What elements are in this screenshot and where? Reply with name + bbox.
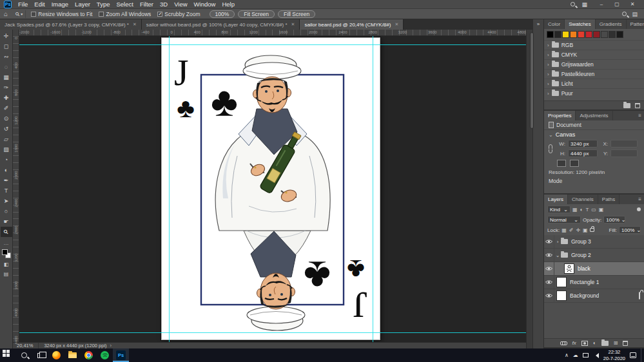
filter-toggle-icon[interactable] (637, 207, 641, 211)
start-button[interactable] (0, 348, 16, 362)
task-view-button[interactable] (32, 348, 48, 362)
collapse-panels-icon[interactable]: » (537, 21, 540, 27)
fill-select[interactable]: 100% ⌄ (619, 226, 641, 234)
show-desktop-button[interactable] (641, 348, 642, 362)
link-dimensions-icon[interactable] (549, 144, 552, 153)
tray-expand-icon[interactable]: ∧ (565, 352, 569, 358)
panel-tab[interactable]: Patterns (627, 19, 644, 29)
options-button[interactable]: 100% (210, 10, 235, 18)
color-swatch[interactable] (616, 31, 623, 38)
menu-item[interactable]: Window (194, 1, 216, 8)
visibility-eye-icon[interactable] (544, 235, 554, 248)
delete-layer-icon[interactable] (623, 341, 628, 346)
filter-type-icon[interactable]: ◐ (580, 207, 583, 213)
spot-healing-brush-tool[interactable]: ✚ (1, 93, 12, 103)
color-swatch[interactable] (554, 31, 561, 38)
color-swatch[interactable] (570, 31, 577, 38)
panel-tab[interactable]: Swatches (565, 19, 596, 29)
ruler-corner[interactable] (13, 30, 19, 36)
lock-option-icon[interactable]: ▣ (583, 227, 588, 233)
color-swatch[interactable] (609, 31, 616, 38)
menu-item[interactable]: Image (52, 1, 68, 8)
workspace-icon[interactable]: ▦ (581, 1, 587, 8)
tab-close-icon[interactable]: ✕ (395, 22, 398, 27)
object-selection-tool[interactable]: ◌ (1, 62, 12, 72)
lock-option-icon[interactable]: ✛ (576, 227, 580, 233)
layer-thumbnail[interactable] (556, 277, 567, 287)
zoom-tool[interactable]: ⚲ (1, 227, 12, 237)
taskbar-app-file-explorer[interactable] (64, 348, 81, 362)
guide-vertical-left[interactable] (169, 36, 170, 342)
layer-row-black[interactable]: black (544, 262, 644, 276)
taskbar-clock[interactable]: 22:32 20-7-2020 (603, 349, 625, 362)
layer-name[interactable]: Rectangle 1 (570, 279, 599, 285)
window-close-button[interactable]: ✕ (625, 1, 640, 7)
horizontal-ruler[interactable]: -2000-1600-1200-800-40004008001200160020… (19, 30, 526, 35)
guide-horizontal-top[interactable] (19, 44, 526, 45)
visibility-eye-icon[interactable] (544, 249, 554, 262)
lock-option-icon[interactable]: ✐ (569, 227, 574, 233)
search-icon[interactable] (622, 12, 627, 16)
panel-tab[interactable]: Channels (568, 195, 598, 204)
options-checkbox[interactable]: Resize Windows to Fit (31, 11, 92, 17)
y-field[interactable] (610, 149, 638, 157)
gradient-tool[interactable]: ▨ (1, 144, 12, 155)
add-mask-icon[interactable] (581, 341, 588, 346)
layer-row-rectangle-1[interactable]: Rectangle 1 (544, 276, 644, 289)
home-icon[interactable]: ⌂ (4, 10, 8, 17)
chevron-right-icon[interactable]: › (554, 239, 561, 245)
lasso-tool[interactable]: ∾ (1, 52, 12, 62)
layer-row-background[interactable]: Background (544, 289, 644, 303)
dock-collapse-strip[interactable]: » (532, 19, 544, 348)
layer-thumbnail[interactable] (556, 291, 567, 301)
onedrive-cloud-icon[interactable]: ☁ (573, 352, 578, 358)
menu-item[interactable]: Help (222, 1, 235, 8)
panel-tab[interactable]: Layers (544, 195, 568, 204)
chevron-right-icon[interactable]: › (547, 52, 549, 58)
layout-icon[interactable]: ▤ (632, 11, 638, 17)
taskbar-app-chrome[interactable] (81, 348, 97, 362)
link-layers-icon[interactable] (560, 341, 567, 345)
app-search-icon[interactable] (571, 2, 575, 6)
layer-name[interactable]: Group 2 (571, 252, 591, 258)
window-minimize-button[interactable]: – (594, 1, 609, 7)
pen-tool[interactable]: ✒ (1, 175, 12, 186)
width-field[interactable]: 3240 px (568, 140, 598, 148)
tab-close-icon[interactable]: ✕ (133, 22, 137, 27)
brush-tool[interactable]: ✐ (1, 103, 12, 113)
canvas-orientation-portrait-icon[interactable] (557, 160, 566, 167)
options-checkbox[interactable]: Scrubby Zoom (157, 11, 200, 17)
panel-menu-icon[interactable]: ≡ (636, 111, 644, 120)
options-button[interactable]: Fill Screen (278, 10, 315, 18)
crop-tool[interactable]: ▦ (1, 72, 12, 82)
tab-close-icon[interactable]: ✕ (291, 22, 295, 27)
layer-name[interactable]: black (578, 265, 590, 272)
guide-horizontal-bottom[interactable] (19, 332, 526, 333)
menu-item[interactable]: Type (97, 1, 110, 8)
panel-menu-icon[interactable]: ≡ (636, 195, 644, 204)
filter-type-icon[interactable]: ▣ (599, 207, 604, 213)
network-icon[interactable] (583, 353, 589, 357)
eraser-tool[interactable]: ▱ (1, 134, 12, 144)
panel-tab[interactable]: Properties (544, 111, 576, 120)
dodge-tool[interactable]: ◐ (1, 165, 12, 175)
menu-item[interactable]: Select (116, 1, 133, 8)
taskbar-app-photoshop[interactable]: Ps (113, 348, 129, 362)
lock-all-icon[interactable] (590, 228, 594, 232)
hand-tool[interactable]: ☛ (1, 216, 12, 227)
chevron-right-icon[interactable]: › (547, 91, 549, 97)
volume-icon[interactable] (593, 353, 599, 358)
foreground-background-colors[interactable] (2, 249, 11, 258)
document-tab[interactable]: sailor without beard.psd @ 100% (Layer 4… (142, 19, 300, 30)
path-selection-tool[interactable]: ➤ (1, 196, 12, 206)
panel-tab[interactable]: Color (544, 19, 565, 29)
eyedropper-tool[interactable]: ✑ (1, 82, 12, 93)
quick-mask-icon[interactable]: ◧ (4, 260, 9, 268)
status-more-icon[interactable]: › (110, 343, 112, 348)
color-swatch[interactable] (547, 31, 554, 38)
document-tab[interactable]: sailor beard.psd @ 20,4% (CMYK/8#) ✕ (300, 19, 404, 30)
filter-type-icon[interactable]: ▭ (591, 207, 596, 213)
chevron-right-icon[interactable]: › (547, 62, 549, 68)
rectangular-marquee-tool[interactable]: ◻ (1, 41, 12, 52)
move-tool[interactable]: ✛ (1, 31, 12, 41)
